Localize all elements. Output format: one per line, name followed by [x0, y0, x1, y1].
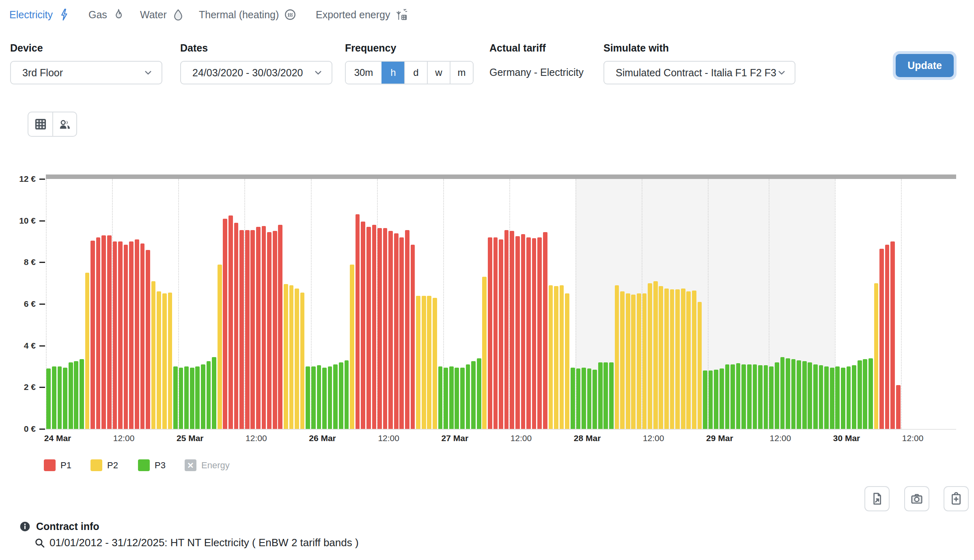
chart-bar-26-mar-h5[interactable] [339, 362, 343, 429]
chart-bar-26-mar-h6[interactable] [345, 360, 349, 429]
chart-bar-30-mar-h0[interactable] [835, 366, 840, 429]
update-button[interactable]: Update [896, 54, 954, 77]
chart-bar-29-mar-h5[interactable] [736, 363, 741, 429]
chart-bar-30-mar-h8[interactable] [879, 249, 884, 429]
chart-bar-26-mar-h17[interactable] [405, 230, 409, 429]
chart-bar-28-mar-h23[interactable] [703, 370, 707, 429]
chart-bar-27-mar-h15[interactable] [526, 237, 531, 429]
chart-bar-29-mar-h4[interactable] [730, 364, 735, 429]
chart-bar-29-mar-h6[interactable] [741, 364, 746, 429]
chart-bar-30-mar-h2[interactable] [847, 366, 851, 429]
chart-bar-24-mar-h23[interactable] [173, 366, 178, 429]
export-file-button[interactable] [864, 486, 890, 511]
chart-bar-28-mar-h21[interactable] [692, 291, 696, 429]
chart-bar-25-mar-h1[interactable] [184, 366, 189, 429]
chart-bar-27-mar-h9[interactable] [493, 237, 498, 429]
users-view-button[interactable] [52, 112, 76, 136]
frequency-option-m[interactable]: m [450, 62, 473, 84]
chart-bar-24-mar-h7[interactable] [85, 273, 90, 429]
chart-bar-30-mar-h7[interactable] [874, 283, 879, 429]
chart-bar-26-mar-h2[interactable] [322, 368, 327, 429]
chart-bar-25-mar-h22[interactable] [300, 293, 305, 429]
chart-bar-24-mar-h0[interactable] [46, 368, 51, 429]
chart-bar-27-mar-h11[interactable] [504, 230, 509, 429]
chart-bar-28-mar-h0[interactable] [576, 368, 581, 429]
contract-info-row[interactable]: 01/01/2012 - 31/12/2025: HT NT Electrici… [34, 536, 359, 549]
chart-bar-24-mar-h4[interactable] [69, 362, 73, 429]
chart-bar-28-mar-h3[interactable] [593, 370, 597, 429]
chart-bar-28-mar-h18[interactable] [675, 289, 680, 429]
chart-bar-24-mar-h14[interactable] [124, 245, 128, 429]
chart-bar-25-mar-h23[interactable] [306, 366, 310, 429]
chart-bar-29-mar-h0[interactable] [709, 370, 713, 429]
chart-bar-29-mar-h20[interactable] [819, 365, 823, 429]
chart-bar-25-mar-h17[interactable] [273, 231, 277, 429]
chart-bar-27-mar-h4[interactable] [466, 364, 470, 429]
chart-bar-30-mar-h11[interactable] [896, 385, 901, 429]
chart-bar-26-mar-h0[interactable] [311, 366, 316, 429]
chart-bar-29-mar-h10[interactable] [764, 365, 768, 429]
chart-bar-26-mar-h12[interactable] [377, 228, 382, 429]
chart-bar-28-mar-h8[interactable] [620, 291, 625, 429]
chart-bar-25-mar-h9[interactable] [228, 215, 233, 429]
chart-bar-27-mar-h8[interactable] [488, 237, 492, 429]
chart-bar-29-mar-h19[interactable] [813, 364, 818, 429]
chart-bar-30-mar-h1[interactable] [841, 368, 845, 429]
chart-bar-24-mar-h15[interactable] [129, 241, 134, 429]
chart-bar-25-mar-h10[interactable] [234, 223, 239, 429]
chart-bar-27-mar-h18[interactable] [543, 232, 547, 429]
chart-bar-27-mar-h14[interactable] [521, 234, 526, 429]
chart-bar-24-mar-h11[interactable] [107, 235, 112, 429]
chart-bar-24-mar-h2[interactable] [58, 366, 62, 429]
chart-bar-27-mar-h16[interactable] [532, 238, 537, 429]
chart-bar-28-mar-h6[interactable] [609, 362, 614, 429]
chart-bar-27-mar-h1[interactable] [449, 366, 454, 429]
chart-bar-27-mar-h0[interactable] [444, 368, 448, 429]
chart-bar-27-mar-h3[interactable] [460, 368, 465, 429]
chart-bar-24-mar-h22[interactable] [168, 293, 172, 429]
chart-bar-27-mar-h2[interactable] [455, 368, 459, 429]
legend-item-p3[interactable]: P3 [138, 459, 166, 471]
chart-bar-24-mar-h6[interactable] [80, 359, 84, 429]
chart-bar-29-mar-h1[interactable] [714, 370, 718, 429]
chart-bar-28-mar-h13[interactable] [648, 283, 652, 429]
chart-bar-29-mar-h17[interactable] [802, 361, 807, 429]
chart-bar-27-mar-h17[interactable] [537, 237, 542, 429]
legend-item-energy[interactable]: ✕Energy [185, 459, 230, 471]
chart-bar-29-mar-h22[interactable] [830, 368, 834, 429]
chart-bar-28-mar-h17[interactable] [670, 289, 674, 429]
chart-bar-26-mar-h9[interactable] [361, 222, 365, 429]
chart-bar-27-mar-h13[interactable] [515, 236, 520, 429]
chart-bar-28-mar-h22[interactable] [698, 302, 702, 429]
chart-bar-30-mar-h3[interactable] [852, 365, 856, 429]
chart-bar-26-mar-h19[interactable] [416, 296, 420, 429]
chart-bar-28-mar-h11[interactable] [637, 293, 641, 429]
chart-bar-25-mar-h0[interactable] [179, 368, 183, 429]
magnifier-icon[interactable] [34, 537, 45, 549]
frequency-option-w[interactable]: w [427, 62, 450, 84]
chart-bar-25-mar-h16[interactable] [267, 232, 272, 429]
chart-bar-30-mar-h10[interactable] [890, 241, 895, 429]
tab-exported-energy[interactable]: Exported energy [316, 6, 408, 24]
chart-bar-28-mar-h1[interactable] [582, 368, 586, 429]
chart-bar-24-mar-h18[interactable] [146, 250, 150, 429]
chart-bar-24-mar-h10[interactable] [101, 235, 106, 429]
chart-bar-25-mar-h3[interactable] [195, 366, 200, 429]
chart-bar-26-mar-h15[interactable] [394, 233, 399, 429]
chart-bar-25-mar-h5[interactable] [207, 361, 211, 429]
chart-bar-26-mar-h23[interactable] [438, 366, 443, 429]
chart-bar-26-mar-h3[interactable] [328, 366, 332, 429]
chart-bar-24-mar-h5[interactable] [74, 361, 78, 429]
chart-bar-25-mar-h20[interactable] [289, 285, 294, 429]
chart-bar-25-mar-h11[interactable] [239, 230, 244, 429]
chart-bar-25-mar-h7[interactable] [218, 265, 222, 429]
chart-bar-25-mar-h21[interactable] [295, 289, 299, 429]
chart-bar-29-mar-h2[interactable] [720, 368, 724, 429]
chart-bar-27-mar-h20[interactable] [554, 286, 558, 429]
chart-bar-26-mar-h10[interactable] [366, 227, 371, 429]
chart-bar-24-mar-h1[interactable] [52, 366, 56, 429]
chart-bar-29-mar-h11[interactable] [769, 366, 774, 429]
chart-bar-25-mar-h4[interactable] [201, 364, 205, 429]
tab-water[interactable]: Water [140, 6, 185, 24]
chart-bar-29-mar-h7[interactable] [747, 364, 752, 429]
